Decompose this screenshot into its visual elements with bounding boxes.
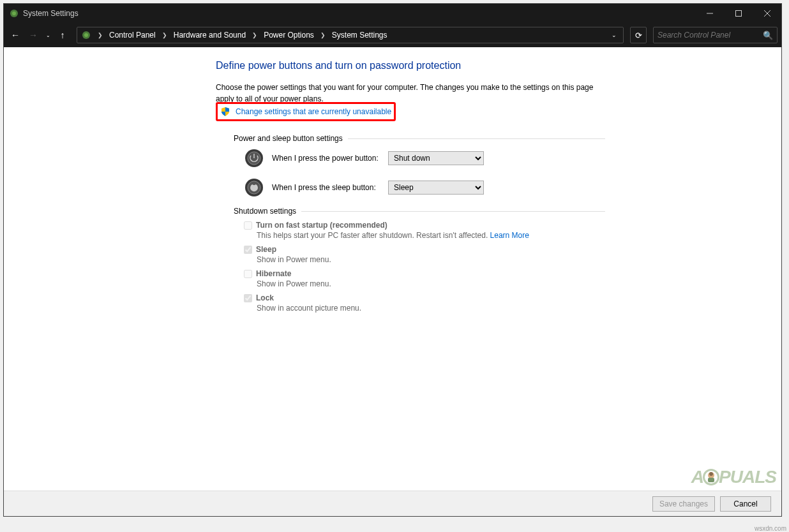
navigation-bar: ← → ⌄ ↑ ❯ Control Panel ❯ Hardware and S… [4,23,781,47]
lock-desc: Show in account picture menu. [257,302,605,314]
hibernate-desc: Show in Power menu. [257,278,605,290]
save-button[interactable]: Save changes [652,496,715,512]
chevron-right-icon[interactable]: ❯ [162,32,167,38]
breadcrumb-item-control-panel[interactable]: Control Panel [108,29,157,41]
shield-icon [220,107,230,117]
sleep-label: Sleep [256,245,276,254]
power-button-icon [244,148,264,168]
bottom-bar: Save changes Cancel [4,491,781,516]
refresh-button[interactable]: ⟳ [630,27,647,43]
fast-startup-label: Turn on fast startup (recommended) [256,221,387,230]
breadcrumb-item-power[interactable]: Power Options [262,29,315,41]
sleep-button-select[interactable]: Sleep [388,181,484,195]
fast-startup-desc: This helps start your PC faster after sh… [257,230,605,241]
svg-rect-3 [735,11,741,17]
section-header-shutdown: Shutdown settings [234,207,605,216]
section-label: Power and sleep button settings [234,134,343,143]
up-button[interactable]: ↑ [55,27,70,43]
lock-label: Lock [256,293,274,302]
cancel-button[interactable]: Cancel [720,496,771,512]
chevron-right-icon[interactable]: ❯ [98,32,103,38]
hibernate-label: Hibernate [256,269,291,278]
power-button-select[interactable]: Shut down [388,151,484,165]
sleep-checkbox[interactable] [244,246,252,254]
history-dropdown-caret[interactable]: ⌄ [43,33,52,38]
section-header-power-sleep: Power and sleep button settings [234,134,605,143]
back-button[interactable]: ← [8,27,23,43]
divider [348,138,605,139]
change-settings-link[interactable]: Change settings that are currently unava… [220,107,391,117]
address-dropdown-caret[interactable]: ⌄ [608,32,620,38]
divider [301,211,605,212]
sleep-button-label: When I press the sleep button: [272,183,380,192]
minimize-button[interactable] [695,4,724,23]
svg-point-1 [12,11,16,15]
sleep-desc: Show in Power menu. [257,254,605,265]
window-frame: System Settings ← → ⌄ ↑ ❯ Control Panel … [3,3,782,517]
hibernate-item: Hibernate Show in Power menu. [244,269,605,290]
hibernate-checkbox[interactable] [244,270,252,278]
search-box[interactable]: 🔍 [653,27,778,43]
power-button-row: When I press the power button: Shut down [244,148,605,168]
chevron-right-icon[interactable]: ❯ [320,32,326,38]
fast-startup-checkbox[interactable] [244,221,252,230]
maximize-button[interactable] [724,4,753,23]
fast-startup-item: Turn on fast startup (recommended) This … [244,221,605,241]
lock-item: Lock Show in account picture menu. [244,293,605,314]
search-icon[interactable]: 🔍 [763,31,773,40]
highlight-box: Change settings that are currently unava… [216,102,396,121]
content-area: Define power buttons and turn on passwor… [4,47,781,491]
learn-more-link[interactable]: Learn More [490,231,529,240]
svg-point-7 [84,33,88,37]
section-label: Shutdown settings [234,207,296,216]
close-button[interactable] [753,4,781,23]
location-icon [80,30,93,40]
power-button-label: When I press the power button: [272,154,380,163]
breadcrumb-item-system-settings[interactable]: System Settings [331,29,389,41]
fast-startup-desc-text: This helps start your PC faster after sh… [257,231,490,240]
breadcrumb[interactable]: ❯ Control Panel ❯ Hardware and Sound ❯ P… [77,27,624,43]
change-settings-link-text[interactable]: Change settings that are currently unava… [236,107,391,116]
forward-button[interactable]: → [26,27,41,43]
lock-checkbox[interactable] [244,294,252,302]
attribution: wsxdn.com [755,525,786,532]
page-title: Define power buttons and turn on passwor… [216,60,605,71]
sleep-item: Sleep Show in Power menu. [244,245,605,265]
page-subtitle: Choose the power settings that you want … [216,82,605,105]
app-icon [9,8,19,18]
search-input[interactable] [658,31,763,40]
sleep-button-icon [244,177,264,198]
chevron-right-icon[interactable]: ❯ [252,32,257,38]
titlebar: System Settings [4,4,781,23]
sleep-button-row: When I press the sleep button: Sleep [244,177,605,198]
breadcrumb-item-hardware[interactable]: Hardware and Sound [172,29,247,41]
window-title: System Settings [23,9,776,18]
